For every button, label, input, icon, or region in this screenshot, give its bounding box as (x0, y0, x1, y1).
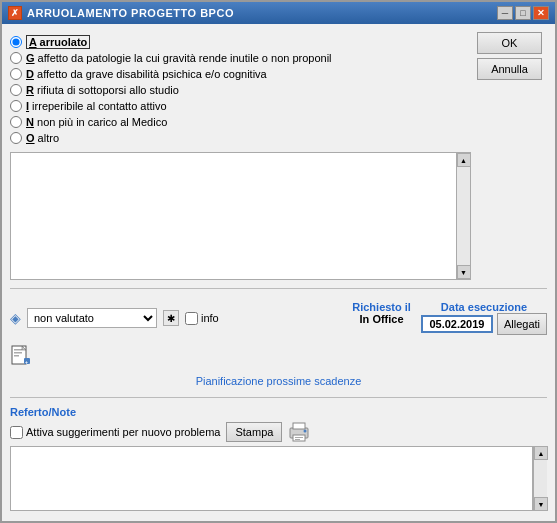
arrow-icon: ◈ (10, 310, 21, 326)
radio-item-g[interactable]: G affetto da patologie la cui gravità re… (10, 52, 471, 64)
minimize-button[interactable]: ─ (497, 6, 513, 20)
richiesto-value: In Office (360, 313, 404, 325)
referto-controls: Attiva suggerimenti per nuovo problema S… (10, 422, 547, 442)
info-checkbox-label[interactable]: info (185, 312, 219, 325)
close-button[interactable]: ✕ (533, 6, 549, 20)
notes-area: ▲ ▼ (10, 152, 471, 280)
svg-point-12 (304, 430, 307, 433)
radio-label-r: R rifiuta di sottoporsi allo studio (26, 84, 179, 96)
radio-item-arruolato[interactable]: A arruolato (10, 36, 471, 48)
suggerimenti-checkbox[interactable] (10, 426, 23, 439)
svg-text:+: + (25, 359, 28, 365)
window-icon: ✗ (8, 6, 22, 20)
radio-item-o[interactable]: O altro (10, 132, 471, 144)
small-action-btn[interactable]: ✱ (163, 310, 179, 326)
maximize-button[interactable]: □ (515, 6, 531, 20)
suggerimenti-label: Attiva suggerimenti per nuovo problema (26, 426, 220, 438)
stampa-button[interactable]: Stampa (226, 422, 282, 442)
pianificazione-row: Pianificazione prossime scadenze (10, 373, 547, 389)
referto-textarea-container: ▲ ▼ (10, 446, 547, 513)
main-area: A arruolato G affetto da patologie la cu… (10, 32, 547, 280)
allegati-button[interactable]: Allegati (497, 313, 547, 335)
controls-row: ◈ non valutato valutato positivo negativ… (10, 297, 547, 339)
svg-rect-2 (14, 352, 22, 354)
radio-g[interactable] (10, 52, 22, 64)
radio-label-arruolato: A arruolato (26, 36, 90, 48)
radio-label-d: D affetto da grave disabilità psichica e… (26, 68, 267, 80)
referto-scrollbar[interactable]: ▲ ▼ (533, 446, 547, 511)
info-checkbox[interactable] (185, 312, 198, 325)
radio-label-g: G affetto da patologie la cui gravità re… (26, 52, 332, 64)
data-esecuzione-label: Data esecuzione (441, 301, 527, 313)
svg-rect-10 (295, 437, 303, 438)
info-label: info (201, 312, 219, 324)
document-icon[interactable]: + (10, 345, 32, 367)
referto-textarea[interactable] (10, 446, 533, 511)
scroll-down-arrow[interactable]: ▼ (457, 265, 471, 279)
referto-scroll-up[interactable]: ▲ (534, 446, 548, 460)
data-esecuzione-input[interactable]: 05.02.2019 (421, 315, 493, 333)
referto-title: Referto/Note (10, 406, 547, 418)
svg-rect-1 (14, 349, 22, 351)
svg-rect-8 (293, 423, 305, 429)
referto-scroll-down[interactable]: ▼ (534, 497, 548, 511)
annulla-button[interactable]: Annulla (477, 58, 542, 80)
radio-n[interactable] (10, 116, 22, 128)
pianificazione-link[interactable]: Pianificazione prossime scadenze (196, 375, 362, 387)
bottom-section: ◈ non valutato valutato positivo negativ… (10, 297, 547, 513)
richiesto-col: Richiesto il In Office (352, 301, 411, 325)
radio-o[interactable] (10, 132, 22, 144)
radio-r[interactable] (10, 84, 22, 96)
scrollbar-vertical[interactable]: ▲ ▼ (456, 153, 470, 279)
radio-item-r[interactable]: R rifiuta di sottoporsi allo studio (10, 84, 471, 96)
data-esecuzione-col: Data esecuzione 05.02.2019 Allegati (421, 301, 547, 335)
svg-rect-11 (295, 439, 300, 440)
radio-arruolato[interactable] (10, 36, 22, 48)
radio-label-o: O altro (26, 132, 59, 144)
print-icon[interactable] (288, 422, 310, 442)
left-panel: A arruolato G affetto da patologie la cu… (10, 32, 471, 280)
title-bar-buttons: ─ □ ✕ (497, 6, 549, 20)
stato-select[interactable]: non valutato valutato positivo negativo (27, 308, 157, 328)
svg-rect-3 (14, 355, 19, 357)
radio-label-n: N non più in carico al Medico (26, 116, 167, 128)
radio-group: A arruolato G affetto da patologie la cu… (10, 32, 471, 148)
divider-1 (10, 288, 547, 289)
title-bar: ✗ ARRUOLAMENTO PROGETTO BPCO ─ □ ✕ (2, 2, 555, 24)
radio-d[interactable] (10, 68, 22, 80)
radio-label-i: I irreperibile al contatto attivo (26, 100, 167, 112)
window-title: ARRUOLAMENTO PROGETTO BPCO (27, 7, 497, 19)
radio-item-i[interactable]: I irreperibile al contatto attivo (10, 100, 471, 112)
scroll-up-arrow[interactable]: ▲ (457, 153, 471, 167)
referto-section: Referto/Note Attiva suggerimenti per nuo… (10, 406, 547, 513)
right-panel: OK Annulla (477, 32, 547, 280)
icon-row: + (10, 343, 547, 369)
richiesto-label: Richiesto il (352, 301, 411, 313)
radio-i[interactable] (10, 100, 22, 112)
divider-2 (10, 397, 547, 398)
window-body: A arruolato G affetto da patologie la cu… (2, 24, 555, 521)
radio-item-d[interactable]: D affetto da grave disabilità psichica e… (10, 68, 471, 80)
main-window: ✗ ARRUOLAMENTO PROGETTO BPCO ─ □ ✕ A arr… (0, 0, 557, 523)
suggerimenti-checkbox-label[interactable]: Attiva suggerimenti per nuovo problema (10, 426, 220, 439)
richiesto-section: Richiesto il In Office Data esecuzione 0… (352, 301, 547, 335)
radio-item-n[interactable]: N non più in carico al Medico (10, 116, 471, 128)
ok-button[interactable]: OK (477, 32, 542, 54)
